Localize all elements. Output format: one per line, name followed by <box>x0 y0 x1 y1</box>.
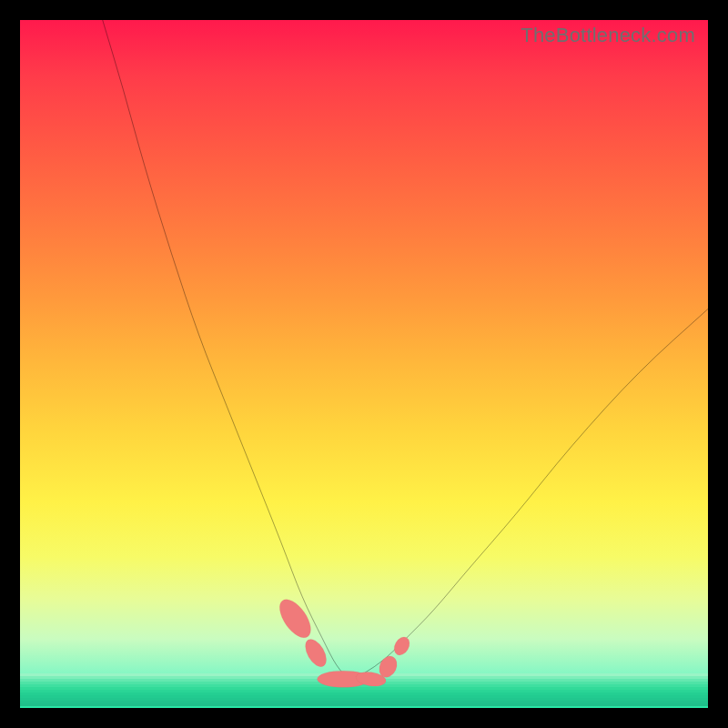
bottleneck-curve <box>350 309 708 681</box>
chart-frame: TheBottleneck.com <box>0 0 728 728</box>
trough-marker <box>391 634 413 658</box>
plot-area: TheBottleneck.com <box>20 20 708 708</box>
bottleneck-curve <box>103 20 350 681</box>
curve-layer <box>20 20 708 708</box>
trough-marker <box>301 636 330 671</box>
trough-marker <box>274 594 318 643</box>
watermark-text: TheBottleneck.com <box>521 24 695 47</box>
